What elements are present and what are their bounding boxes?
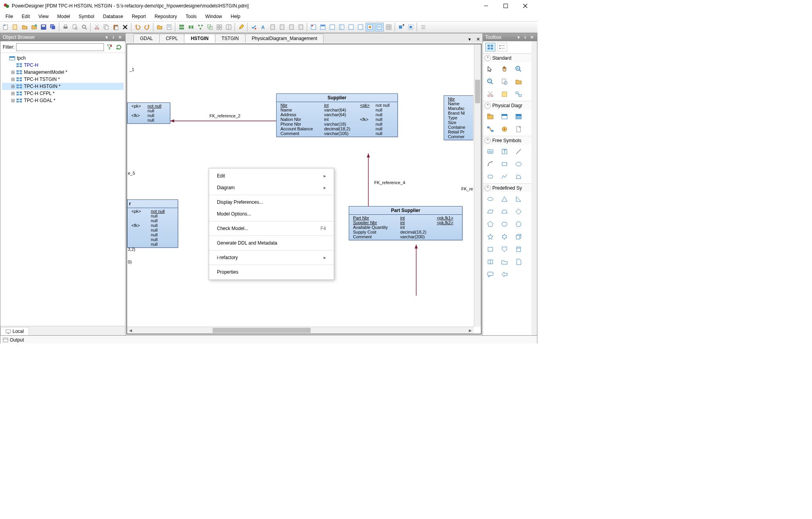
- tab-close-icon[interactable]: ✕: [475, 36, 482, 43]
- maximize-button[interactable]: [500, 2, 512, 10]
- shape-bookmark-icon[interactable]: [513, 244, 524, 254]
- minimize-button[interactable]: [480, 2, 492, 10]
- ctx-item[interactable]: Generate DDL and Metadata: [209, 237, 334, 249]
- toolbox-close-icon[interactable]: ✕: [529, 35, 535, 40]
- grid-icon[interactable]: [384, 23, 393, 31]
- shape-oval-icon[interactable]: [484, 194, 496, 204]
- toolbox-view-grid-icon[interactable]: [485, 43, 495, 51]
- toolbox-dropdown-icon[interactable]: ▾: [516, 35, 521, 40]
- zoom-out-tool-icon[interactable]: [484, 77, 496, 87]
- tree-node[interactable]: ⊞TPC-H HSTGIN *: [2, 83, 124, 90]
- ctx-item[interactable]: i-refactory▸: [209, 252, 334, 263]
- tree-node[interactable]: ⊞TPC-H GDAL *: [2, 97, 124, 104]
- tile-icon[interactable]: [215, 23, 224, 31]
- entity-partial-1[interactable]: <pk>not nullnull<fk>nullnull: [127, 102, 170, 124]
- local-tab[interactable]: Local: [0, 327, 29, 335]
- open-icon[interactable]: [20, 23, 29, 31]
- pencil-icon[interactable]: [237, 23, 246, 31]
- toolbox-view-list-icon[interactable]: [497, 43, 507, 51]
- menu-help[interactable]: Help: [227, 13, 244, 20]
- zoom-page-tool-icon[interactable]: [499, 77, 510, 87]
- ctx-item[interactable]: Properties: [209, 266, 334, 278]
- list-icon[interactable]: [419, 23, 428, 31]
- new-model-icon[interactable]: [11, 23, 20, 31]
- view5-icon[interactable]: [347, 23, 355, 31]
- properties-icon[interactable]: [165, 23, 173, 31]
- shape-trapezoid-icon[interactable]: [499, 207, 510, 217]
- refresh-icon[interactable]: [115, 43, 123, 51]
- zoom-in-icon[interactable]: +: [397, 23, 406, 31]
- layout-h-icon[interactable]: [177, 23, 186, 31]
- zoom-in-tool-icon[interactable]: [513, 64, 524, 74]
- menu-model[interactable]: Model: [53, 13, 74, 20]
- undo-icon[interactable]: [133, 23, 142, 31]
- shape-star5-icon[interactable]: [484, 232, 496, 242]
- line-tool-icon[interactable]: [513, 146, 524, 157]
- view-tool-icon[interactable]: [513, 111, 524, 122]
- shape-star6-icon[interactable]: [499, 232, 510, 242]
- vertical-scrollbar[interactable]: [474, 44, 481, 327]
- cut-tool-icon[interactable]: [484, 89, 496, 99]
- pointer-tool-icon[interactable]: [484, 64, 496, 74]
- ctx-item[interactable]: Display Preferences...: [209, 196, 334, 208]
- close-panel-icon[interactable]: ✕: [117, 35, 123, 40]
- find-icon[interactable]: [80, 23, 89, 31]
- shape-parallelogram-icon[interactable]: [484, 207, 496, 217]
- tree-node[interactable]: ⊞TPC-H TSTGIN *: [2, 76, 124, 83]
- menu-symbol[interactable]: Symbol: [75, 13, 98, 20]
- view7-icon[interactable]: [366, 23, 374, 31]
- cascade-icon[interactable]: [206, 23, 214, 31]
- shape-split-icon[interactable]: [484, 257, 496, 267]
- shape-pentagon-icon[interactable]: [484, 219, 496, 229]
- ctx-item[interactable]: Edit▸: [209, 170, 334, 182]
- shape-shield-icon[interactable]: [499, 244, 510, 254]
- printpreview-icon[interactable]: [71, 23, 79, 31]
- object-tree[interactable]: tpchTPC-H⊞ManagementModel *⊞TPC-H TSTGIN…: [0, 53, 125, 326]
- polyline-tool-icon[interactable]: [499, 172, 510, 182]
- shape-folder-icon[interactable]: [499, 257, 510, 267]
- new-icon[interactable]: [2, 23, 10, 31]
- shape-flag-icon[interactable]: [484, 244, 496, 254]
- copy-icon[interactable]: [102, 23, 111, 31]
- toolbox-section-free[interactable]: ˄Free Symbols: [483, 136, 537, 145]
- check-icon[interactable]: [249, 23, 258, 31]
- shape-octagon-icon[interactable]: [513, 219, 524, 229]
- ctx-item[interactable]: Model Options...: [209, 208, 334, 220]
- note-tool-icon[interactable]: [499, 89, 510, 99]
- split-icon[interactable]: [224, 23, 233, 31]
- tab-cfpl[interactable]: CFPL: [159, 34, 185, 43]
- shape-arrow-l-icon[interactable]: [499, 269, 510, 280]
- align-icon[interactable]: [196, 23, 205, 31]
- toolbox-scrollbar[interactable]: [532, 41, 537, 335]
- toolbox-section-predefined[interactable]: ˄Predefined Sy: [483, 184, 537, 192]
- entity-supplier[interactable]: Supplier Nbrint<pk>not nullNamevarchar(6…: [276, 93, 398, 137]
- save-icon[interactable]: [39, 23, 48, 31]
- title-tool-icon[interactable]: [484, 146, 496, 157]
- menu-report[interactable]: Report: [128, 13, 150, 20]
- zoom-area-icon[interactable]: [406, 23, 415, 31]
- tree-node[interactable]: tpch: [2, 55, 124, 62]
- view1-icon[interactable]: [309, 23, 318, 31]
- open2-icon[interactable]: [30, 23, 38, 31]
- file-tool-icon[interactable]: [513, 124, 524, 134]
- shape-rtriangle-icon[interactable]: [513, 194, 524, 204]
- doc1-icon[interactable]: [268, 23, 277, 31]
- entity-part-supplier[interactable]: Part Supplier Part Nbrint<pk,fk1>Supplie…: [349, 206, 462, 240]
- pin-icon[interactable]: [111, 35, 116, 40]
- tree-node[interactable]: ⊞TPC-H CFPL *: [2, 90, 124, 97]
- horizontal-scrollbar[interactable]: ◄►: [127, 327, 474, 334]
- rectangle-tool-icon[interactable]: [499, 159, 510, 169]
- hand-tool-icon[interactable]: [499, 64, 510, 74]
- doc3-icon[interactable]: [287, 23, 296, 31]
- shape-callout-icon[interactable]: [484, 269, 496, 280]
- menu-edit[interactable]: Edit: [18, 13, 34, 20]
- view4-icon[interactable]: [337, 23, 346, 31]
- shape-diamond-icon[interactable]: [513, 207, 524, 217]
- saveall-icon[interactable]: [49, 23, 57, 31]
- procedure-tool-icon[interactable]: [499, 124, 510, 134]
- delete-icon[interactable]: [121, 23, 129, 31]
- paste-icon[interactable]: [111, 23, 120, 31]
- cut-icon[interactable]: [93, 23, 101, 31]
- view2-icon[interactable]: [319, 23, 327, 31]
- view6-icon[interactable]: [356, 23, 365, 31]
